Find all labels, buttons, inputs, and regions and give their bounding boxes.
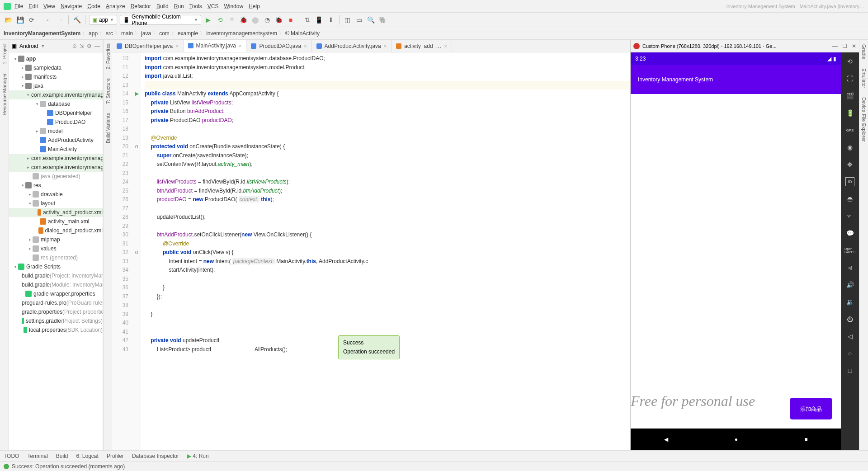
webcam-icon[interactable]: ◉	[845, 143, 854, 152]
menu-build[interactable]: Build	[156, 3, 169, 9]
stop-icon[interactable]: ■	[286, 15, 295, 24]
tree-node[interactable]: ▸drawable	[9, 190, 103, 199]
tool-build-variants[interactable]: Build Variants	[105, 113, 111, 143]
bottom-tool-database-inspector[interactable]: Database Inspector	[132, 453, 179, 459]
editor-tab[interactable]: MainActivity.java×	[184, 40, 247, 52]
recents-nav-icon[interactable]: ■	[804, 436, 807, 443]
menu-run[interactable]: Run	[174, 3, 184, 9]
tool-device-explorer[interactable]: Device File Explorer	[861, 97, 867, 141]
tree-node[interactable]: ▸sampledata	[9, 63, 103, 72]
project-tree[interactable]: ▾app▸sampledata▸manifests▾java▾com.examp…	[9, 52, 103, 450]
editor-tab[interactable]: activity_add_…×	[392, 40, 452, 52]
move-icon[interactable]: ✥	[845, 160, 854, 169]
avd-icon[interactable]: 📱	[315, 15, 324, 24]
bottom-tool-build[interactable]: Build	[56, 453, 68, 459]
tool-structure[interactable]: 7: Structure	[105, 78, 111, 104]
nav-back-icon[interactable]: ◁	[845, 332, 854, 341]
menu-refactor[interactable]: Refactor	[131, 3, 151, 9]
tree-node[interactable]: ▸values	[9, 244, 103, 253]
tree-node[interactable]: proguard-rules.pro (ProGuard rules)	[9, 298, 103, 307]
minimize-icon[interactable]: —	[832, 43, 838, 49]
layout-inspector-icon[interactable]: ◫	[343, 15, 352, 24]
disk-icon[interactable]: ◓	[845, 194, 854, 203]
build-icon[interactable]: 🔨	[72, 15, 81, 24]
tree-node[interactable]: gradle-wrapper.properties	[9, 289, 103, 298]
close-icon[interactable]: ✕	[852, 43, 856, 49]
tool-resource-manager[interactable]: Resource Manager	[2, 73, 7, 116]
apply-code-icon[interactable]: ≡	[227, 15, 236, 24]
menu-edit[interactable]: Edit	[28, 3, 38, 9]
tree-node[interactable]: AddProductActivity	[9, 136, 103, 145]
tree-node[interactable]: java (generated)	[9, 172, 103, 181]
tree-node[interactable]: ▾res	[9, 181, 103, 190]
menu-file[interactable]: File	[14, 3, 23, 9]
editor-tab[interactable]: DBOpenHelper.java×	[112, 40, 184, 52]
id-icon[interactable]: ID	[845, 177, 854, 186]
breadcrumb-item[interactable]: main	[121, 30, 133, 37]
tree-node[interactable]: ▾layout	[9, 199, 103, 208]
code-editor[interactable]: 1011121314151617181920212223242526272829…	[112, 52, 630, 450]
menu-navigate[interactable]: Navigate	[61, 3, 82, 9]
editor-tab[interactable]: AddProductActivity.java×	[312, 40, 392, 52]
apply-changes-icon[interactable]: ⟲	[216, 15, 225, 24]
debug-icon[interactable]: 🐞	[239, 15, 248, 24]
tool-favorites[interactable]: 2: Favorites	[105, 43, 111, 69]
tool-gradle[interactable]: Gradle	[861, 44, 867, 59]
git-icon[interactable]: ⇅	[303, 15, 312, 24]
expand-icon[interactable]: ⇲	[80, 43, 84, 49]
tree-node[interactable]: MainActivity	[9, 145, 103, 154]
project-view-combo[interactable]: Android	[19, 43, 38, 49]
breadcrumb-item[interactable]: app	[89, 30, 98, 37]
menu-tools[interactable]: Tools	[189, 3, 202, 9]
rotate-icon[interactable]: ⟲	[845, 57, 854, 66]
tree-node[interactable]: activity_add_product.xml	[9, 208, 103, 217]
nav-home-icon[interactable]: ○	[845, 349, 854, 358]
search-icon[interactable]: 🔍	[367, 15, 376, 24]
bottom-tool-6-logcat[interactable]: 6: Logcat	[76, 453, 99, 459]
breadcrumb-item[interactable]: InventoryManagementSystem	[4, 30, 80, 37]
device-combo[interactable]: 📱Genymobile Custom Phone▼	[120, 15, 201, 25]
nav-recents-icon[interactable]: □	[845, 366, 854, 375]
breadcrumb-item[interactable]: com	[159, 30, 170, 37]
tool-project[interactable]: 1: Project	[2, 43, 7, 64]
gradle-sync-icon[interactable]: 🐘	[378, 15, 387, 24]
breadcrumb-item[interactable]: inventorymanagementsystem	[206, 30, 277, 37]
bottom-tool-4-run[interactable]: ▶ 4: Run	[187, 453, 209, 459]
run-icon[interactable]: ▶	[204, 15, 213, 24]
sms-icon[interactable]: 💬	[845, 229, 854, 238]
tree-node[interactable]: ▾com.example.inventorymanagementsystem	[9, 90, 103, 99]
run-config-combo[interactable]: ▣app▼	[89, 15, 117, 25]
home-nav-icon[interactable]: ●	[735, 436, 738, 443]
tree-node[interactable]: activity_main.xml	[9, 217, 103, 226]
breadcrumb-item[interactable]: java	[141, 30, 151, 37]
back-nav-icon[interactable]: ◀	[664, 436, 668, 443]
close-tab-icon[interactable]: ×	[239, 43, 241, 48]
menu-window[interactable]: Window	[224, 3, 243, 9]
tree-node[interactable]: build.gradle (Module: InventoryManagemen…	[9, 280, 103, 289]
battery-tool-icon[interactable]: 🔋	[845, 108, 854, 118]
power-icon[interactable]: ⏻	[845, 315, 854, 324]
tree-node[interactable]: ▾java	[9, 81, 103, 90]
bottom-tool-profiler[interactable]: Profiler	[107, 453, 124, 459]
tree-node[interactable]: DBOpenHelper	[9, 108, 103, 118]
camera-icon[interactable]: 🎬	[845, 91, 854, 100]
close-tab-icon[interactable]: ×	[444, 43, 447, 49]
sync-icon[interactable]: ⟳	[27, 15, 36, 24]
tree-node[interactable]: settings.gradle (Project Settings)	[9, 316, 103, 325]
open-icon[interactable]: 📂	[4, 15, 13, 24]
tree-node[interactable]: ▸mipmap	[9, 235, 103, 244]
tree-node[interactable]: ▸com.example.inventorymanagementsystem	[9, 154, 103, 163]
tree-node[interactable]: ProductDAO	[9, 118, 103, 127]
breadcrumb-item[interactable]: example	[178, 30, 198, 37]
gps-icon[interactable]: GPS	[845, 126, 854, 135]
close-tab-icon[interactable]: ×	[304, 43, 307, 49]
tree-node[interactable]: local.properties (SDK Location)	[9, 325, 103, 334]
collapse-icon[interactable]: ⊙	[72, 43, 77, 49]
editor-tab[interactable]: ProductDAO.java×	[246, 40, 311, 52]
gapps-icon[interactable]: OpenGAPPS	[845, 246, 854, 255]
tree-node[interactable]: ▾database	[9, 99, 103, 108]
volume-up-icon[interactable]: 🔊	[845, 280, 854, 289]
tree-node[interactable]: ▸manifests	[9, 72, 103, 81]
close-tab-icon[interactable]: ×	[384, 43, 387, 49]
sdk-icon[interactable]: ⬇	[326, 15, 335, 24]
